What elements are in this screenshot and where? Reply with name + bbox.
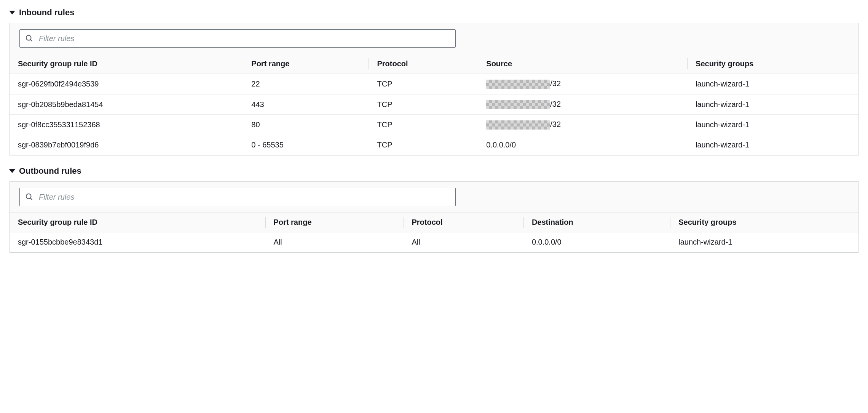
col-security-grp[interactable]: Security groups bbox=[670, 213, 858, 232]
col-destination[interactable]: Destination bbox=[523, 213, 670, 232]
cell-security-group: launch-wizard-1 bbox=[687, 135, 858, 155]
cell-port-range: 0 - 65535 bbox=[243, 135, 369, 155]
col-port-range[interactable]: Port range bbox=[243, 54, 369, 74]
table-row[interactable]: sgr-0f8cc35533115236880TCP/32launch-wiza… bbox=[10, 115, 858, 135]
search-icon bbox=[25, 34, 34, 43]
inbound-filter-input[interactable] bbox=[38, 34, 450, 43]
inbound-panel: Security group rule ID Port range Protoc… bbox=[9, 23, 859, 155]
cell-rule-id: sgr-0f8cc355331152368 bbox=[10, 115, 243, 135]
col-security-grp[interactable]: Security groups bbox=[687, 54, 858, 74]
cell-security-group: launch-wizard-1 bbox=[670, 232, 858, 252]
inbound-section: Inbound rules Security group rule ID Por… bbox=[9, 6, 859, 155]
redacted-ip bbox=[486, 80, 550, 89]
cell-port-range: 443 bbox=[243, 94, 369, 115]
table-row[interactable]: sgr-0b2085b9beda81454443TCP/32launch-wiz… bbox=[10, 94, 858, 115]
source-suffix: /32 bbox=[550, 79, 561, 88]
cell-protocol: TCP bbox=[369, 135, 478, 155]
redacted-ip bbox=[486, 120, 550, 130]
inbound-filter-wrap[interactable] bbox=[19, 29, 456, 48]
outbound-header-toggle[interactable]: Outbound rules bbox=[9, 165, 859, 181]
col-rule-id[interactable]: Security group rule ID bbox=[10, 213, 265, 232]
cell-source: 0.0.0.0/0 bbox=[478, 135, 687, 155]
svg-point-2 bbox=[26, 194, 31, 199]
cell-rule-id: sgr-0b2085b9beda81454 bbox=[10, 94, 243, 115]
cell-rule-id: sgr-0629fb0f2494e3539 bbox=[10, 74, 243, 94]
col-rule-id[interactable]: Security group rule ID bbox=[10, 54, 243, 74]
cell-security-group: launch-wizard-1 bbox=[687, 74, 858, 94]
cell-port-range: All bbox=[265, 232, 404, 252]
cell-protocol: TCP bbox=[369, 74, 478, 94]
outbound-panel: Security group rule ID Port range Protoc… bbox=[9, 181, 859, 253]
outbound-filter-wrap[interactable] bbox=[19, 188, 456, 206]
cell-port-range: 22 bbox=[243, 74, 369, 94]
col-port-range[interactable]: Port range bbox=[265, 213, 404, 232]
col-source[interactable]: Source bbox=[478, 54, 687, 74]
cell-port-range: 80 bbox=[243, 115, 369, 135]
cell-destination: 0.0.0.0/0 bbox=[523, 232, 670, 252]
cell-security-group: launch-wizard-1 bbox=[687, 94, 858, 115]
cell-rule-id: sgr-0155bcbbe9e8343d1 bbox=[10, 232, 265, 252]
source-suffix: /32 bbox=[550, 120, 561, 128]
inbound-header-toggle[interactable]: Inbound rules bbox=[9, 6, 859, 23]
svg-line-1 bbox=[30, 40, 32, 42]
cell-protocol: TCP bbox=[369, 94, 478, 115]
cell-source: /32 bbox=[478, 74, 687, 94]
outbound-filter-row bbox=[10, 182, 858, 212]
table-row[interactable]: sgr-0839b7ebf0019f9d60 - 65535TCP0.0.0.0… bbox=[10, 135, 858, 155]
outbound-filter-input[interactable] bbox=[38, 192, 450, 202]
col-protocol[interactable]: Protocol bbox=[369, 54, 478, 74]
cell-source: /32 bbox=[478, 94, 687, 115]
inbound-header-row: Security group rule ID Port range Protoc… bbox=[10, 54, 858, 74]
caret-down-icon bbox=[9, 11, 15, 14]
cell-rule-id: sgr-0839b7ebf0019f9d6 bbox=[10, 135, 243, 155]
outbound-section: Outbound rules Security group rule ID Po… bbox=[9, 165, 859, 253]
source-suffix: /32 bbox=[550, 100, 561, 108]
outbound-title: Outbound rules bbox=[19, 166, 81, 176]
inbound-title: Inbound rules bbox=[19, 8, 74, 18]
caret-down-icon bbox=[9, 169, 15, 173]
svg-point-0 bbox=[26, 35, 31, 40]
outbound-header-row: Security group rule ID Port range Protoc… bbox=[10, 213, 858, 232]
inbound-table: Security group rule ID Port range Protoc… bbox=[10, 54, 858, 155]
redacted-ip bbox=[486, 100, 550, 109]
inbound-filter-row bbox=[10, 23, 858, 54]
cell-protocol: TCP bbox=[369, 115, 478, 135]
outbound-table: Security group rule ID Port range Protoc… bbox=[10, 212, 858, 252]
table-row[interactable]: sgr-0155bcbbe9e8343d1AllAll0.0.0.0/0laun… bbox=[10, 232, 858, 252]
search-icon bbox=[25, 193, 34, 201]
cell-security-group: launch-wizard-1 bbox=[687, 115, 858, 135]
table-row[interactable]: sgr-0629fb0f2494e353922TCP/32launch-wiza… bbox=[10, 74, 858, 94]
svg-line-3 bbox=[30, 198, 32, 200]
cell-protocol: All bbox=[404, 232, 523, 252]
col-protocol[interactable]: Protocol bbox=[404, 213, 523, 232]
cell-source: /32 bbox=[478, 115, 687, 135]
